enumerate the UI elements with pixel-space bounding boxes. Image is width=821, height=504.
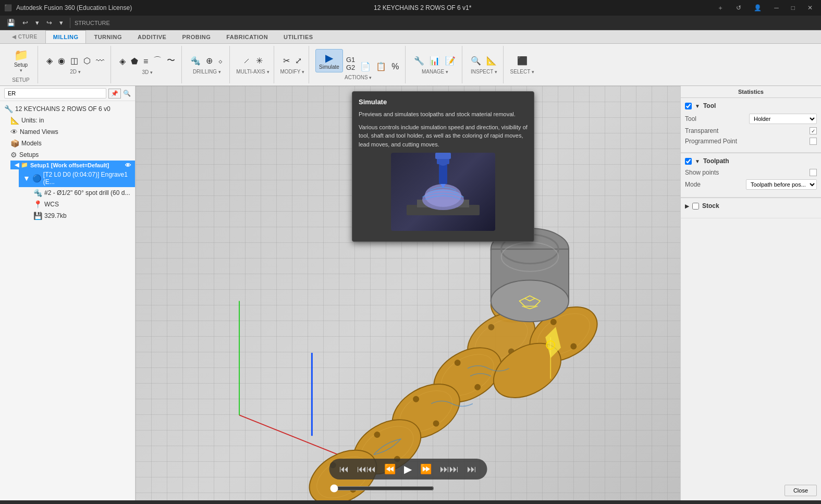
2d-thread-button[interactable]: 〰 (94, 55, 106, 67)
refresh-button[interactable]: ↺ (732, 3, 745, 13)
tab-milling[interactable]: MILLING (45, 30, 87, 43)
tree-item-tool[interactable]: 🔩 #2 - Ø1/2" 60° spot drill (60 d... (29, 187, 135, 199)
toolpath-section-header[interactable]: ▼ Toolpath (685, 157, 817, 165)
tree-item-setups[interactable]: ⚙ Setups (0, 149, 135, 161)
undo-button[interactable]: ↩ (20, 18, 31, 28)
tree-item-label-named-views: Named Views (20, 128, 58, 136)
viewport[interactable]: Simulate Previews and simulates toolpath… (136, 86, 680, 500)
g1g2-button[interactable]: G1G2 (344, 55, 357, 72)
show-points-checkbox[interactable] (810, 169, 817, 176)
tree-item-units[interactable]: 📐 Units: in (0, 115, 135, 126)
tool-section-checkbox[interactable] (685, 103, 692, 109)
drill-button[interactable]: 🔩 (188, 55, 203, 67)
2d-contour-button[interactable]: ◉ (56, 55, 67, 67)
programmed-point-checkbox[interactable] (810, 138, 817, 145)
modify-group-label: MODIFY ▾ (280, 69, 304, 75)
inspect1-button[interactable]: 🔍 (469, 55, 483, 67)
tree-item-document[interactable]: 🔧 12 KEYCHAINS 2 ROWS OF 6 v0 (0, 103, 135, 115)
next-frame-button[interactable]: ⏭⏭ (438, 463, 461, 476)
tab-probing[interactable]: PROBING (174, 30, 218, 43)
3d-scallop-button[interactable]: ⌒ (151, 54, 164, 67)
manage-group-label: MANAGE ▾ (422, 69, 448, 75)
simulate-button[interactable]: ▶ Simulate (315, 49, 343, 72)
2d-adaptive-button[interactable]: ◈ (44, 55, 55, 67)
setup-button[interactable]: 📁 Setup ▾ (8, 46, 33, 75)
2d-pocket-button[interactable]: ◫ (68, 55, 80, 67)
tree-item-engrave[interactable]: ▼ 🔵 [T2 L0 D0 (0:04:07)] Engrave1 (E... (19, 169, 135, 187)
tree-item-models[interactable]: 📦 Models (0, 138, 135, 149)
close-button[interactable]: ✕ (803, 3, 817, 13)
transparent-row: Transparent (685, 127, 817, 134)
setup-eye-icon[interactable]: 👁 (125, 162, 131, 168)
circular-button[interactable]: ⊕ (204, 55, 215, 67)
2d-group-label: 2D ▾ (70, 69, 81, 75)
2d-bore-button[interactable]: ⬡ (81, 55, 93, 67)
transparent-checkbox[interactable] (810, 127, 817, 134)
left-panel: 📌 🔍 🔧 12 KEYCHAINS 2 ROWS OF 6 v0 📐 Unit… (0, 86, 136, 500)
toolpath-section-checkbox[interactable] (685, 158, 692, 165)
search-pin-button[interactable]: 📌 (108, 89, 121, 99)
play-button[interactable]: ▶ (402, 462, 414, 476)
tool-label: Tool (685, 115, 696, 122)
drill-extra-button[interactable]: ⬦ (216, 55, 225, 67)
ribbon-group-manage: 🔧 📊 📝 MANAGE ▾ (408, 46, 462, 83)
stock-section-header[interactable]: ▶ Stock (685, 202, 817, 210)
account-button[interactable]: 👤 (750, 3, 766, 13)
tab-additive[interactable]: ADDITIVE (130, 30, 174, 43)
tab-statistics[interactable]: Statistics (681, 86, 821, 97)
add-tab-button[interactable]: ＋ (713, 3, 728, 14)
post-process-button[interactable]: 📄 (358, 60, 373, 72)
scissors-button[interactable]: ✂ (281, 55, 292, 67)
select-button[interactable]: ⬛ (515, 55, 530, 67)
redo-button[interactable]: ↪ (44, 18, 55, 28)
manage2-button[interactable]: 📊 (427, 55, 442, 67)
programmed-point-row: Programmed Point (685, 138, 817, 145)
window-controls[interactable]: ＋ ↺ 👤 ─ □ ✕ (713, 3, 817, 14)
programmed-point-label: Programmed Point (685, 138, 737, 145)
redo-dropdown[interactable]: ▾ (57, 18, 66, 28)
maximize-button[interactable]: □ (787, 3, 799, 13)
offset-button[interactable]: ⤢ (293, 55, 304, 67)
progress-slider[interactable] (330, 484, 434, 493)
manage3-button[interactable]: 📝 (443, 55, 458, 67)
setup-children: ▼ 🔵 [T2 L0 D0 (0:04:07)] Engrave1 (E... … (10, 169, 135, 222)
multiaxis-group-label: MULTI-AXIS ▾ (236, 69, 269, 75)
mode-select[interactable]: Toolpath before pos... Full toolpath Non… (746, 179, 817, 190)
setup1-label[interactable]: ◀ 📁 Setup1 [Work offset=Default] 👁 (10, 161, 135, 169)
tab-fabrication[interactable]: FABRICATION (218, 30, 276, 43)
wcs-icon: 📍 (33, 200, 42, 208)
manage1-button[interactable]: 🔧 (412, 55, 426, 67)
step-back-button[interactable]: ⏪ (382, 462, 398, 476)
multiaxis-button[interactable]: ✳ (254, 55, 265, 67)
percent-button[interactable]: % (389, 61, 401, 72)
tool-section-header[interactable]: ▼ Tool (685, 102, 817, 109)
step-forward-button[interactable]: ⏩ (418, 462, 434, 476)
models-icon: 📦 (10, 139, 19, 147)
toolpath-section: ▼ Toolpath Show points Mode Toolpath bef… (681, 153, 821, 198)
inspect2-button[interactable]: 📐 (484, 55, 499, 67)
tab-turning[interactable]: TURNING (86, 30, 130, 43)
tool-select[interactable]: Holder Tool None (749, 114, 817, 124)
skip-to-start-button[interactable]: ⏮ (337, 463, 351, 476)
tree-item-filesize[interactable]: 💾 329.7kb (29, 210, 135, 222)
tree-item-named-views[interactable]: 👁 Named Views (0, 126, 135, 138)
tree-item-label-tool: #2 - Ø1/2" 60° spot drill (60 d... (44, 189, 130, 196)
3d-adaptive-button[interactable]: ◈ (117, 55, 128, 67)
tab-utilities[interactable]: UTILITIES (276, 30, 321, 43)
swarf-button[interactable]: ⟋ (240, 55, 253, 67)
minimize-button[interactable]: ─ (770, 3, 783, 13)
shop-docs-button[interactable]: 📋 (374, 60, 388, 72)
skip-to-end-button[interactable]: ⏭ (465, 463, 479, 476)
tab-structure[interactable]: ◀ CTURE (4, 30, 45, 43)
search-input[interactable] (4, 88, 106, 99)
prev-frame-button[interactable]: ⏮⏮ (355, 463, 378, 476)
3d-contour-button[interactable]: 〜 (165, 54, 177, 67)
3d-pocket-button[interactable]: ⬟ (129, 55, 140, 67)
tree-item-wcs[interactable]: 📍 WCS (29, 199, 135, 210)
save-button[interactable]: 💾 (4, 18, 18, 28)
3d-parallel-button[interactable]: ≡ (141, 56, 150, 67)
setup-expand-icon: ◀ (15, 162, 19, 168)
stock-section-checkbox[interactable] (692, 203, 699, 210)
close-dialog-button[interactable]: Close (785, 485, 817, 496)
undo-dropdown[interactable]: ▾ (33, 18, 42, 28)
